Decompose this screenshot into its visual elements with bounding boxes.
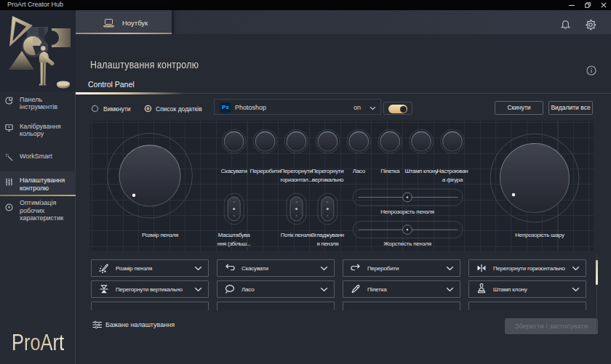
svg-text:я пензля: я пензля [316, 240, 338, 247]
svg-text:Скасувати: Скасувати [221, 168, 247, 174]
svg-text:горизонтал...: горизонтал... [280, 177, 312, 183]
svg-text:а фігура: а фігура [442, 177, 463, 183]
svg-text:Масштабува: Масштабува [218, 232, 251, 238]
svg-text:Переробити: Переробити [250, 168, 281, 174]
svg-text:Непрозорість шару: Непрозорість шару [515, 232, 564, 238]
svg-text:Розмір пензля: Розмір пензля [142, 232, 178, 238]
svg-text:Настроюван: Настроюван [437, 168, 468, 174]
svg-text:Перегорнути: Перегорнути [281, 168, 313, 174]
svg-text:ння (збільш...: ння (збільш... [217, 240, 251, 247]
svg-text:Перегорнути: Перегорнути [311, 168, 343, 174]
svg-text:Штамп клону: Штамп клону [404, 168, 438, 174]
svg-text:Ласо: Ласо [353, 168, 366, 174]
svg-text:Жорсткість пензля: Жорсткість пензля [383, 240, 431, 247]
svg-text:Піпетка: Піпетка [380, 168, 400, 174]
svg-text:Непрозорість пензля: Непрозорість пензля [380, 209, 434, 215]
svg-text:Потік пензля: Потік пензля [281, 232, 312, 238]
svg-text:вертикально: вертикально [312, 177, 344, 183]
svg-text:Згладжуванн: Згладжуванн [311, 232, 344, 238]
